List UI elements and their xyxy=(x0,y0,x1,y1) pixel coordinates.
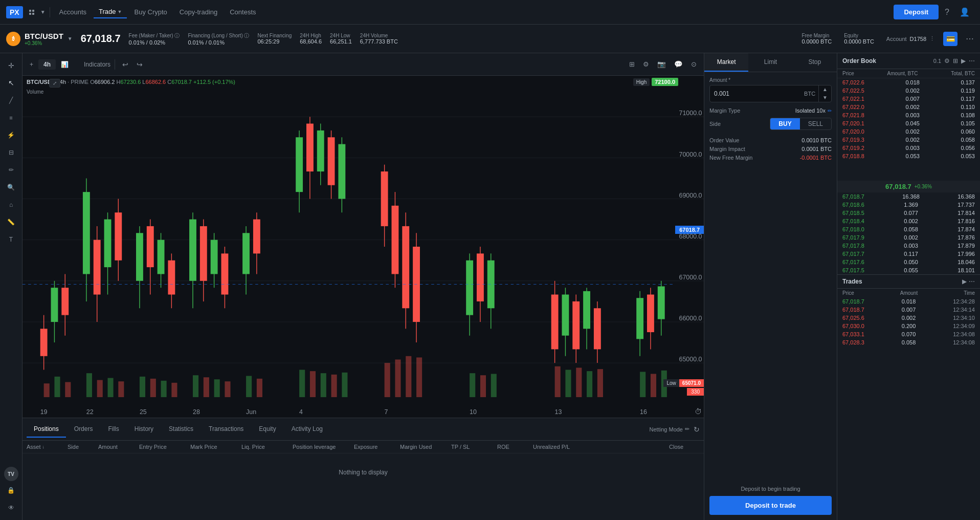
ob-more-icon[interactable]: ⋯ xyxy=(969,57,975,64)
svg-rect-59 xyxy=(381,171,388,226)
wallet-icon[interactable]: 💳 xyxy=(943,32,957,46)
bid-row-4[interactable]: 67,018.4 0.002 17.816 xyxy=(837,217,980,225)
netting-mode[interactable]: Netting Mode ✏ ↻ xyxy=(650,425,700,434)
nav-item-buy-crypto[interactable]: Buy Crypto xyxy=(129,6,172,18)
24h-volume: 24H Volume 6,777.733 BTC xyxy=(360,33,398,45)
tab-activity-log[interactable]: Activity Log xyxy=(284,421,330,438)
trades-more-icon[interactable]: ⋯ xyxy=(969,278,975,285)
bid-row-7[interactable]: 67,017.8 0.003 17.879 xyxy=(837,242,980,250)
magnet-tool[interactable]: ⌂ xyxy=(3,197,19,213)
ruler-tool[interactable]: 📏 xyxy=(3,214,19,230)
order-tab-limit[interactable]: Limit xyxy=(748,53,792,72)
buy-side-btn[interactable]: BUY xyxy=(770,118,799,129)
undo-btn[interactable]: ↩ xyxy=(119,58,131,71)
tab-transactions[interactable]: Transactions xyxy=(202,421,251,438)
order-tab-market[interactable]: Market xyxy=(704,53,748,72)
nav-item-accounts[interactable]: Accounts xyxy=(54,6,92,18)
candle-type-btn[interactable]: 📊 xyxy=(58,59,72,70)
settings-btn[interactable]: ⚙ xyxy=(640,58,652,70)
bid-row-5[interactable]: 67,018.0 0.058 17.874 xyxy=(837,225,980,233)
layout-btn[interactable]: ⊞ xyxy=(626,58,638,70)
fib-tool[interactable]: ⚡ xyxy=(3,127,19,143)
nav-item-contests[interactable]: Contests xyxy=(225,6,261,18)
tab-history[interactable]: History xyxy=(127,421,161,438)
cursor-tool[interactable]: ↖ xyxy=(3,75,19,91)
symbol-name: BTC/USDT xyxy=(25,32,63,40)
ask-row-8[interactable]: 67,019.3 0.002 0.058 xyxy=(837,136,980,144)
bid-row-1[interactable]: 67,018.7 16.368 16.368 xyxy=(837,192,980,201)
ask-row-9[interactable]: 67,019.2 0.003 0.056 xyxy=(837,144,980,152)
symbol-selector[interactable]: ₿ BTC/USDT +0.36% ▼ xyxy=(6,32,73,46)
more-button[interactable]: ⋯ xyxy=(966,34,974,44)
amount-input[interactable] xyxy=(710,86,801,101)
bid-row-8[interactable]: 67,017.7 0.117 17.996 xyxy=(837,250,980,258)
ask-row-1[interactable]: 67,022.6 0.018 0.137 xyxy=(837,78,980,86)
nav-item-trade[interactable]: Trade ▼ xyxy=(94,6,127,18)
ob-layout-icon[interactable]: ⊞ xyxy=(953,57,958,64)
eye-icon[interactable]: 👁 xyxy=(3,500,19,516)
svg-rect-19 xyxy=(61,288,69,315)
tab-equity[interactable]: Equity xyxy=(252,421,283,438)
channel-tool[interactable]: ≡ xyxy=(3,110,19,126)
bid-row-6[interactable]: 67,017.9 0.002 17.876 xyxy=(837,233,980,242)
svg-text:71000.0: 71000.0 xyxy=(679,110,702,117)
tab-fills[interactable]: Fills xyxy=(101,421,126,438)
svg-rect-92 xyxy=(86,373,92,397)
grid-icon[interactable] xyxy=(29,10,34,15)
pen-tool[interactable]: ✏ xyxy=(3,162,19,178)
fullscreen-btn[interactable]: ⊙ xyxy=(688,58,700,70)
help-button[interactable]: ? xyxy=(941,6,953,19)
timeframe-btn[interactable]: 4h xyxy=(38,59,56,70)
indicators-label[interactable]: Indicators xyxy=(84,61,110,68)
ask-row-10[interactable]: 67,018.8 0.053 0.053 xyxy=(837,152,980,160)
ask-row-4[interactable]: 67,022.0 0.002 0.110 xyxy=(837,103,980,111)
nav-item-copy-trading[interactable]: Copy-trading xyxy=(174,6,222,18)
svg-rect-99 xyxy=(171,383,177,397)
tab-positions[interactable]: Positions xyxy=(27,421,66,438)
deposit-trade-button[interactable]: Deposit to trade xyxy=(709,496,832,515)
nav-dropdown-arrow[interactable]: ▼ xyxy=(40,9,46,15)
bid-row-3[interactable]: 67,018.5 0.077 17.814 xyxy=(837,209,980,217)
indicators-btn[interactable] xyxy=(74,62,82,67)
svg-rect-123 xyxy=(640,372,645,397)
text-tool[interactable]: T xyxy=(3,231,19,248)
tab-orders[interactable]: Orders xyxy=(67,421,100,438)
amount-down[interactable]: ▼ xyxy=(819,94,831,102)
expand-btn[interactable]: ⤢ xyxy=(49,79,60,88)
add-indicator-btn[interactable]: + xyxy=(27,59,36,70)
lock-icon[interactable]: 🔒 xyxy=(3,482,19,499)
ob-settings-icon[interactable]: ⚙ xyxy=(944,57,950,64)
tv-logo: TV xyxy=(4,467,18,481)
col-roe: ROE xyxy=(497,444,533,450)
sell-side-btn[interactable]: SELL xyxy=(800,118,831,129)
redo-btn[interactable]: ↪ xyxy=(133,58,146,71)
screenshot-btn[interactable]: 📷 xyxy=(654,58,669,70)
logo[interactable]: PX xyxy=(6,6,23,18)
edit-margin-icon[interactable]: ✏ xyxy=(828,108,832,114)
bid-row-10[interactable]: 67,017.5 0.055 18.101 xyxy=(837,266,980,274)
zoom-tool[interactable]: 🔍 xyxy=(3,179,19,196)
order-tab-stop[interactable]: Stop xyxy=(793,53,837,72)
crosshair-tool[interactable]: ✛ xyxy=(3,57,19,74)
ask-row-3[interactable]: 67,022.1 0.007 0.117 xyxy=(837,95,980,103)
ask-row-6[interactable]: 67,020.1 0.045 0.105 xyxy=(837,119,980,127)
bid-row-9[interactable]: 67,017.6 0.050 18.046 xyxy=(837,258,980,266)
trade-row-6: 67,028.3 0.058 12:34:08 xyxy=(837,338,980,346)
svg-rect-113 xyxy=(406,356,411,397)
user-button[interactable]: 👤 xyxy=(955,5,974,19)
amount-up[interactable]: ▲ xyxy=(819,85,831,94)
bid-row-2[interactable]: 67,018.6 1.369 17.737 xyxy=(837,201,980,209)
deposit-button[interactable]: Deposit xyxy=(894,5,939,19)
line-tool[interactable]: ╱ xyxy=(3,92,19,109)
ask-row-7[interactable]: 67,020.0 0.002 0.060 xyxy=(837,127,980,136)
ask-row-5[interactable]: 67,021.8 0.003 0.108 xyxy=(837,111,980,119)
bottom-tabs: Positions Orders Fills History Statistic… xyxy=(23,418,704,441)
tab-statistics[interactable]: Statistics xyxy=(162,421,201,438)
filter-tool[interactable]: ⊟ xyxy=(3,144,19,161)
ask-row-2[interactable]: 67,022.5 0.002 0.119 xyxy=(837,86,980,95)
chat-btn[interactable]: 💬 xyxy=(671,58,686,70)
center-area: + 4h 📊 Indicators ↩ ↪ ⊞ ⚙ 📷 💬 ⊙ BTC/USDT xyxy=(23,53,704,520)
timer-icon[interactable]: ⏱ xyxy=(695,407,702,416)
trades-play-icon[interactable]: ▶ xyxy=(962,278,967,285)
ob-play-icon[interactable]: ▶ xyxy=(961,57,966,64)
